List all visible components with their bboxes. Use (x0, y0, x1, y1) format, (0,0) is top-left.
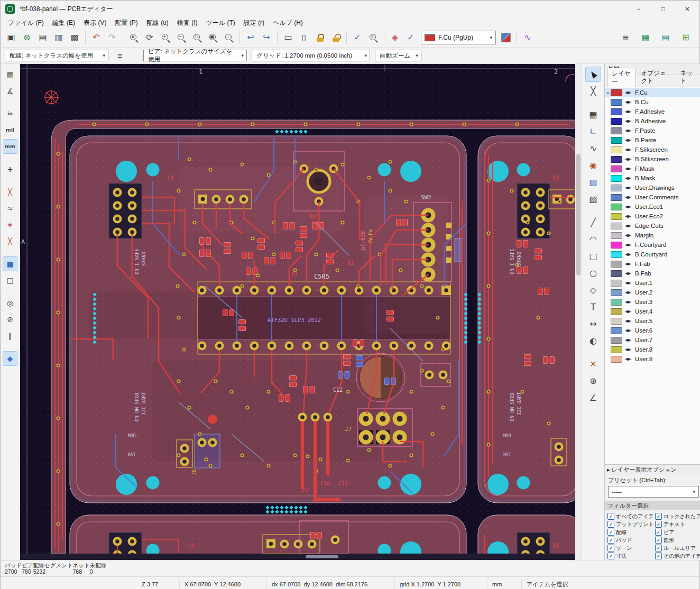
filter-checkbox-item[interactable]: ✓ ゾーン (607, 544, 654, 552)
delete-tool-button[interactable]: ✕ (585, 356, 601, 372)
layer-row[interactable]: F.Paste (605, 126, 700, 135)
layer-color-swatch[interactable] (611, 185, 622, 191)
layer-visibility-eye-icon[interactable] (624, 356, 633, 362)
local-ratsnest-tool-button[interactable]: ╳ (585, 84, 601, 99)
crosshair-cursor-button[interactable]: + (3, 162, 17, 177)
polar-coords-button[interactable]: ∡ (3, 84, 17, 98)
net-inspector-button[interactable]: ≡ (365, 30, 381, 45)
layer-row[interactable]: B.Fab (605, 269, 700, 278)
layer-color-swatch[interactable] (611, 280, 622, 287)
appearance-tab[interactable]: レイヤー (607, 68, 636, 87)
layer-row[interactable]: B.Cu (605, 97, 700, 107)
leader-tool-button[interactable]: ◐ (585, 333, 601, 348)
zoom-select[interactable]: 自動ズーム ▾ (375, 50, 421, 61)
layer-color-swatch[interactable] (611, 346, 622, 353)
filter-checkbox-item[interactable]: ✓ パッド (607, 536, 654, 544)
layer-row[interactable]: User.Drawings (605, 183, 700, 192)
layer-visibility-eye-icon[interactable] (624, 137, 633, 143)
layer-color-swatch[interactable] (611, 175, 622, 182)
layer-visibility-eye-icon[interactable] (624, 223, 633, 229)
menu-item[interactable]: 配線 (u) (142, 17, 173, 29)
layer-row[interactable]: User.4 (605, 307, 700, 316)
layer-color-swatch[interactable] (611, 270, 622, 277)
unlock-button[interactable] (328, 30, 344, 45)
layer-row[interactable]: B.Mask (605, 173, 700, 183)
layer-visibility-eye-icon[interactable] (624, 185, 633, 191)
menu-item[interactable]: 検査 (I) (173, 17, 202, 29)
horizontal-scrollbar[interactable] (20, 554, 575, 560)
layer-row[interactable]: User.Eco2 (605, 211, 700, 221)
menu-item[interactable]: ヘルプ (H) (269, 17, 307, 29)
layer-row[interactable]: User.1 (605, 278, 700, 288)
layer-visibility-eye-icon[interactable] (624, 157, 633, 162)
layer-color-swatch[interactable] (611, 146, 622, 153)
footprint-editor-button[interactable]: ▦ (638, 30, 653, 45)
pcb-canvas[interactable]: 1 2 A (20, 64, 575, 554)
edit-track-via-sizes-button[interactable]: ≡ (113, 49, 127, 62)
layer-visibility-eye-icon[interactable] (624, 99, 633, 105)
layer-color-swatch[interactable] (611, 261, 622, 268)
layer-row[interactable]: B.Paste (605, 135, 700, 145)
layer-color-swatch[interactable] (611, 251, 622, 258)
layer-row[interactable]: F.Cu (605, 88, 700, 97)
print-button[interactable]: ▥ (51, 30, 67, 45)
layer-row[interactable]: F.Mask (605, 164, 700, 173)
filter-checkbox-item[interactable]: ✓ ロックされたアイテム (655, 512, 700, 520)
layer-color-swatch[interactable] (611, 356, 622, 363)
net-highlight-button[interactable]: ∗ (3, 217, 17, 232)
draw-polygon-tool-button[interactable]: ◇ (585, 282, 601, 298)
layer-color-swatch[interactable] (611, 118, 622, 125)
refresh-button[interactable]: ⟳ (142, 30, 158, 45)
layer-visibility-eye-icon[interactable] (624, 271, 633, 277)
layer-visibility-eye-icon[interactable] (624, 128, 633, 134)
add-zone-tool-button[interactable]: ▧ (585, 174, 601, 190)
layer-visibility-eye-icon[interactable] (624, 328, 633, 334)
layer-row[interactable]: B.Silkscreen (605, 154, 700, 164)
layer-row[interactable]: B.Adhesive (605, 116, 700, 126)
view-forward-button[interactable]: ↪ (259, 30, 274, 45)
appearance-tab[interactable]: ネット (676, 67, 700, 87)
layer-visibility-eye-icon[interactable] (624, 290, 633, 296)
layer-row[interactable]: User.7 (605, 335, 700, 345)
menu-item[interactable]: ツール (T) (201, 17, 239, 29)
route-tracks-tool-button[interactable]: ∟ (585, 124, 601, 139)
layer-color-swatch[interactable] (611, 327, 622, 334)
layer-row[interactable]: User.3 (605, 297, 700, 307)
origin-tool-button[interactable]: ⊕ (585, 373, 601, 389)
interactive-router-button[interactable]: ∿ (520, 30, 536, 45)
layer-color-swatch[interactable] (611, 213, 622, 220)
horizontal-scrollbar-thumb[interactable] (306, 555, 338, 558)
filter-checkbox-item[interactable]: ✓ すべてのアイテム (607, 512, 654, 520)
zone-fill-display-button[interactable]: ■ (3, 256, 17, 271)
dimension-tool-button[interactable]: ↔ (585, 316, 601, 332)
layer-color-swatch[interactable] (611, 337, 622, 344)
layer-color-swatch[interactable] (611, 299, 622, 306)
layer-color-swatch[interactable] (611, 156, 622, 163)
high-contrast-button[interactable]: ◆ (3, 351, 17, 366)
design-rules-button[interactable]: ◈ (387, 30, 403, 45)
appearance-toggle-button[interactable]: ≡ (618, 30, 633, 45)
track-width-select[interactable]: 配線: ネットクラスの幅を使用 ▾ (5, 50, 108, 61)
grid-select[interactable]: グリッド: 1.2700 mm (0.0500 inch) ▾ (252, 50, 370, 61)
active-layer-select[interactable]: F.Cu (PgUp) ▾ (421, 31, 496, 44)
layer-color-swatch[interactable] (611, 108, 622, 115)
group-button[interactable]: ▭ (280, 30, 296, 45)
layer-visibility-eye-icon[interactable] (624, 347, 633, 353)
layer-color-swatch[interactable] (611, 308, 622, 315)
filter-checkbox-item[interactable]: ✓ フットプリント (607, 520, 654, 528)
via-size-select[interactable]: ビア: ネットクラスのサイズを使用 ▾ (143, 50, 247, 61)
menu-item[interactable]: 編集 (E) (48, 17, 79, 29)
layer-row[interactable]: Edge.Cuts (605, 221, 700, 231)
zone-outline-display-button[interactable]: □ (3, 273, 17, 288)
maximize-button[interactable]: □ (651, 1, 675, 17)
vertical-scrollbar[interactable] (575, 64, 582, 560)
select-tool-button[interactable] (585, 67, 601, 82)
draw-circle-tool-button[interactable]: ○ (585, 265, 601, 281)
layer-visibility-eye-icon[interactable] (624, 337, 633, 343)
layer-visibility-eye-icon[interactable] (624, 252, 633, 257)
zoom-in-button[interactable]: + (158, 30, 173, 45)
layer-visibility-eye-icon[interactable] (624, 280, 633, 286)
scripting-console-button[interactable]: ▤ (658, 30, 674, 45)
layer-row[interactable]: F.Courtyard (605, 240, 700, 250)
layer-visibility-eye-icon[interactable] (624, 166, 633, 172)
